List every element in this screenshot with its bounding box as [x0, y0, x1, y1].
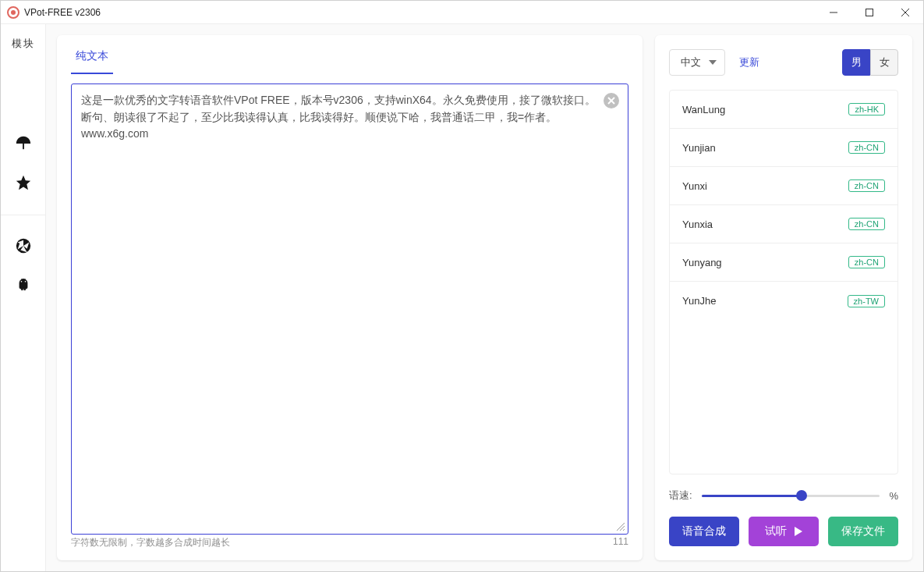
tabs: 纯文本 [71, 35, 628, 74]
play-icon [793, 527, 802, 536]
voice-panel: 中文 更新 男 女 WanLungzh-HKYunjianzh-CNYunxiz… [655, 35, 912, 560]
speed-label: 语速: [669, 489, 692, 503]
voice-item[interactable]: WanLungzh-HK [670, 91, 897, 129]
preview-button[interactable]: 试听 [749, 517, 819, 546]
voice-item[interactable]: Yunxizh-CN [670, 167, 897, 205]
text-input[interactable] [71, 83, 628, 535]
voice-name: Yunyang [682, 257, 722, 268]
locale-badge: zh-CN [848, 256, 885, 268]
sidebar: 模块 [1, 24, 46, 571]
speed-slider[interactable] [702, 489, 880, 503]
voice-name: Yunjian [682, 142, 716, 154]
update-link[interactable]: 更新 [739, 55, 759, 69]
minimize-button[interactable] [816, 1, 851, 24]
window-title: VPot-FREE v2306 [24, 7, 101, 18]
locale-badge: zh-HK [848, 103, 885, 115]
voice-name: Yunxia [682, 218, 713, 230]
umbrella-icon[interactable] [15, 135, 32, 152]
svg-rect-1 [866, 9, 873, 16]
sidebar-heading: 模块 [12, 37, 35, 51]
android-icon[interactable] [15, 276, 32, 293]
tab-plain-text[interactable]: 纯文本 [71, 41, 113, 74]
voice-item[interactable]: Yunxiazh-CN [670, 205, 897, 243]
titlebar: VPot-FREE v2306 [1, 1, 923, 24]
editor-panel: 纯文本 字符数无限制，字数越多合成时间越长 111 [57, 35, 643, 560]
resize-grip-icon [616, 522, 625, 531]
close-button[interactable] [887, 1, 923, 24]
locale-badge: zh-CN [848, 141, 885, 154]
locale-badge: zh-CN [848, 218, 885, 230]
char-count: 111 [613, 536, 628, 549]
svg-point-6 [24, 281, 26, 282]
locale-badge: zh-CN [848, 179, 885, 192]
voice-item[interactable]: Yunyangzh-CN [670, 243, 897, 282]
voice-name: YunJhe [682, 295, 716, 307]
svg-point-5 [20, 281, 22, 282]
voice-item[interactable]: YunJhezh-TW [670, 282, 897, 320]
speed-percent: % [889, 490, 898, 502]
gender-toggle: 男 女 [842, 49, 898, 76]
voice-list[interactable]: WanLungzh-HKYunjianzh-CNYunxizh-CNYunxia… [669, 90, 898, 474]
gender-female-button[interactable]: 女 [870, 49, 898, 76]
language-select[interactable]: 中文 [669, 49, 725, 76]
app-icon [7, 6, 19, 19]
synthesize-button[interactable]: 语音合成 [669, 517, 739, 546]
maximize-button[interactable] [851, 1, 887, 24]
locale-badge: zh-TW [848, 295, 885, 307]
save-file-button[interactable]: 保存文件 [828, 517, 898, 546]
star-icon[interactable] [15, 174, 32, 191]
gender-male-button[interactable]: 男 [842, 49, 870, 76]
voice-item[interactable]: Yunjianzh-CN [670, 129, 897, 167]
language-select-value: 中文 [681, 55, 701, 69]
aperture-icon[interactable] [15, 237, 32, 254]
voice-name: Yunxi [682, 180, 707, 192]
editor-hint: 字符数无限制，字数越多合成时间越长 [71, 536, 230, 549]
clear-text-button[interactable] [604, 93, 619, 108]
chevron-down-icon [709, 60, 717, 65]
voice-name: WanLung [682, 104, 725, 115]
